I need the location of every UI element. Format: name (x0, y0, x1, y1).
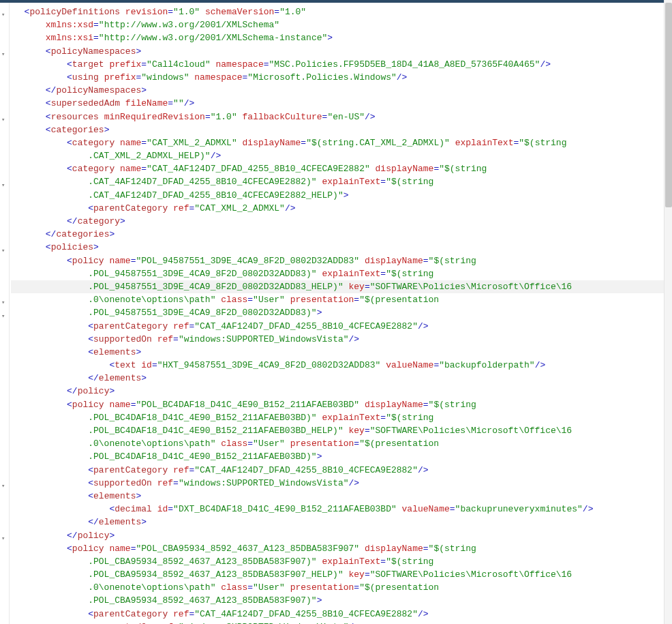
code-line[interactable]: .CAT_XML_2_ADMXL_HELP)"/> (11, 149, 672, 162)
fold-marker-icon[interactable]: ▾ (1, 116, 5, 123)
fold-marker-icon[interactable]: ▾ (1, 312, 5, 320)
code-line[interactable]: </policy> (11, 529, 672, 542)
code-line[interactable]: .POL_BC4DAF18_D41C_4E90_B152_211AFAEB03B… (11, 411, 672, 424)
code-line[interactable]: .POL_94587551_3D9E_4CA9_8F2D_0802D32ADD8… (11, 306, 672, 319)
code-line[interactable]: <parentCategory ref="CAT_XML_2_ADMXL"/> (11, 202, 672, 215)
code-line[interactable]: <policy name="POL_94587551_3D9E_4CA9_8F2… (11, 254, 672, 267)
code-line[interactable]: </categories> (11, 228, 672, 241)
code-line[interactable]: .POL_94587551_3D9E_4CA9_8F2D_0802D32ADD8… (11, 280, 672, 293)
code-line[interactable]: <category name="CAT_4AF124D7_DFAD_4255_8… (11, 162, 672, 175)
code-line[interactable]: <resources minRequiredRevision="1.0" fal… (11, 110, 672, 123)
vertical-scrollbar[interactable] (664, 0, 672, 624)
code-line[interactable]: xmlns:xsd="http://www.w3.org/2001/XMLSch… (11, 18, 672, 31)
code-line[interactable]: xmlns:xsi="http://www.w3.org/2001/XMLSch… (11, 31, 672, 44)
code-line[interactable]: <category name="CAT_XML_2_ADMXL" display… (11, 136, 672, 149)
code-line[interactable]: <parentCategory ref="CAT_4AF124D7_DFAD_4… (11, 464, 672, 477)
code-line[interactable]: <policy name="POL_CBA95934_8592_4637_A12… (11, 542, 672, 555)
code-line[interactable]: .CAT_4AF124D7_DFAD_4255_8B10_4CFECA9E288… (11, 175, 672, 188)
code-line[interactable]: </elements> (11, 516, 672, 529)
code-line[interactable]: <using prefix="windows" namespace="Micro… (11, 71, 672, 84)
fold-marker-icon[interactable]: ▾ (1, 247, 5, 254)
code-line[interactable]: <supportedOn ref="windows:SUPPORTED_Wind… (11, 477, 672, 490)
code-line[interactable]: .POL_BC4DAF18_D41C_4E90_B152_211AFAEB03B… (11, 424, 672, 437)
code-line[interactable]: <decimal id="DXT_BC4DAF18_D41C_4E90_B152… (11, 503, 672, 516)
gutter: ▾▾▾▾▾▾▾▾▾ (0, 3, 10, 624)
fold-marker-icon[interactable]: ▾ (1, 535, 5, 542)
fold-marker-icon[interactable]: ▾ (1, 50, 5, 58)
code-line[interactable]: .POL_BC4DAF18_D41C_4E90_B152_211AFAEB03B… (11, 450, 672, 463)
code-line[interactable]: <target prefix="Call4cloud" namespace="M… (11, 58, 672, 71)
code-line[interactable]: <elements> (11, 490, 672, 503)
code-line[interactable]: .POL_CBA95934_8592_4637_A123_85DBA583F90… (11, 568, 672, 581)
code-line[interactable]: .POL_CBA95934_8592_4637_A123_85DBA583F90… (11, 594, 672, 607)
code-line[interactable]: </category> (11, 215, 672, 228)
editor-container: ▾▾▾▾▾▾▾▾▾ <policyDefinitions revision="1… (0, 3, 672, 624)
code-line[interactable]: <policyNamespaces> (11, 45, 672, 58)
code-line[interactable]: .POL_94587551_3D9E_4CA9_8F2D_0802D32ADD8… (11, 267, 672, 280)
code-line[interactable]: .0\onenote\options\path" class="User" pr… (11, 293, 672, 306)
code-line[interactable]: </policyNamespaces> (11, 84, 672, 97)
code-line[interactable]: <policyDefinitions revision="1.0" schema… (11, 5, 672, 18)
code-line[interactable]: <supportedOn ref="windows:SUPPORTED_Wind… (11, 621, 672, 624)
code-line[interactable]: <supportedOn ref="windows:SUPPORTED_Wind… (11, 333, 672, 346)
fold-marker-icon[interactable]: ▾ (1, 299, 5, 306)
code-line[interactable]: <elements> (11, 346, 672, 359)
code-line[interactable]: <categories> (11, 123, 672, 136)
code-line[interactable]: <parentCategory ref="CAT_4AF124D7_DFAD_4… (11, 608, 672, 621)
code-line[interactable]: <parentCategory ref="CAT_4AF124D7_DFAD_4… (11, 320, 672, 333)
fold-marker-icon[interactable]: ▾ (1, 11, 5, 18)
code-line[interactable]: <policy name="POL_BC4DAF18_D41C_4E90_B15… (11, 398, 672, 411)
code-line[interactable]: </elements> (11, 372, 672, 385)
code-area[interactable]: <policyDefinitions revision="1.0" schema… (10, 3, 672, 624)
code-line[interactable]: .0\onenote\options\path" class="User" pr… (11, 581, 672, 594)
scroll-thumb[interactable] (665, 3, 672, 207)
fold-marker-icon[interactable]: ▾ (1, 181, 5, 189)
code-line[interactable]: </policy> (11, 385, 672, 398)
code-line[interactable]: .POL_CBA95934_8592_4637_A123_85DBA583F90… (11, 555, 672, 568)
fold-marker-icon[interactable]: ▾ (1, 482, 5, 490)
code-line[interactable]: <text id="HXT_94587551_3D9E_4CA9_8F2D_08… (11, 359, 672, 372)
code-line[interactable]: <supersededAdm fileName=""/> (11, 97, 672, 110)
code-line[interactable]: .0\onenote\options\path" class="User" pr… (11, 437, 672, 450)
code-line[interactable]: .CAT_4AF124D7_DFAD_4255_8B10_4CFECA9E288… (11, 189, 672, 202)
code-line[interactable]: <policies> (11, 241, 672, 254)
